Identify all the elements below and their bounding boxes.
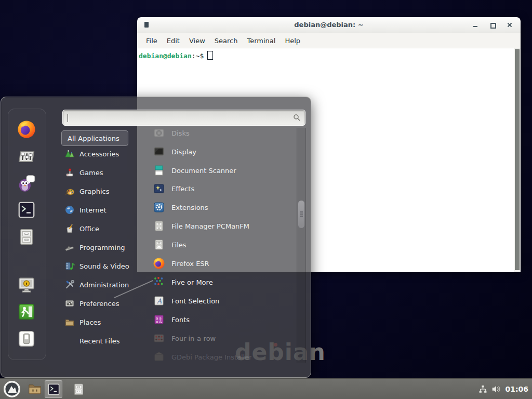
category-sound-video[interactable]: Sound & Video [62,257,137,275]
maximize-icon [490,23,496,29]
category-label: Programming [79,244,125,251]
category-label: Office [79,225,99,233]
app-disks[interactable]: Disks [149,124,295,142]
document-scanner-icon [153,164,165,177]
maximize-button[interactable] [489,21,496,29]
network-icon[interactable] [478,385,487,394]
app-effects[interactable]: Effects [149,179,295,198]
session-shutdown[interactable] [16,328,37,349]
app-label: File Manager PCManFM [171,222,249,230]
category-programming[interactable]: Programming [62,238,137,257]
logout-icon [17,302,36,322]
category-label: Games [79,169,103,177]
terminal-titlebar[interactable]: debian@debian: ~ [137,17,521,33]
app-file-manager-pcmanfm[interactable]: File Manager PCManFM [149,217,295,235]
games-icon [64,167,75,178]
filter-all-applications[interactable]: All Applications [61,130,128,146]
administration-icon [64,280,75,290]
app-firefox-esr[interactable]: Firefox ESR [149,254,295,273]
favorite-terminal[interactable] [16,200,37,220]
app-label: Disks [171,129,190,137]
app-label: GDebi Package Installer [171,353,252,361]
terminal-icon [47,382,61,396]
mixer-icon [17,146,36,166]
system-tray: 01:06 [478,379,528,399]
menu-search[interactable]: Search [210,35,243,46]
app-list-scrollbar[interactable] [297,128,306,363]
prompt-user-host: debian@debian [139,52,192,60]
menu-terminal[interactable]: Terminal [242,35,280,46]
menu-view[interactable]: View [184,35,210,46]
clock[interactable]: 01:06 [505,385,528,393]
shell-prompt: debian@debian:~$ [139,51,213,60]
app-list-scrollbar-thumb[interactable] [298,200,305,229]
volume-icon[interactable] [491,384,501,394]
close-button[interactable] [506,21,513,29]
app-document-scanner[interactable]: Document Scanner [149,161,295,180]
app-files[interactable]: Files [149,235,295,254]
file-manager-launcher[interactable] [70,380,87,398]
category-preferences[interactable]: Preferences [62,294,137,313]
app-gdebi-package-installer[interactable]: GDebi Package Installer [149,348,295,366]
programming-icon [64,242,75,252]
file-cabinet-icon [72,382,86,396]
disks-icon [153,127,165,139]
category-internet[interactable]: Internet [62,201,137,219]
graphics-icon [64,186,75,196]
app-display[interactable]: Display [149,142,295,161]
terminal-cursor [207,51,213,60]
category-places[interactable]: Places [62,313,137,331]
files-launcher[interactable] [26,380,44,398]
category-office[interactable]: Office [62,219,137,238]
terminal-launcher-active[interactable] [45,380,62,398]
app-five-or-more[interactable]: Five or More [149,273,295,291]
terminal-scrollbar[interactable] [514,48,521,272]
pidgin-icon [17,173,36,193]
application-menu: All Applications Accessories Games Graph… [1,97,311,378]
terminal-scrollbar-thumb[interactable] [515,49,520,270]
category-recent-files[interactable]: Recent Files [62,331,137,350]
extensions-icon [153,201,165,214]
file-cabinet-icon [153,238,165,251]
category-accessories[interactable]: Accessories [62,144,137,163]
app-extensions[interactable]: Extensions [149,198,295,217]
app-label: Effects [171,185,194,193]
session-logout[interactable] [16,301,37,322]
app-label: Five or More [171,278,213,286]
firefox-icon [17,119,36,139]
lock-screen-icon [17,275,36,295]
search-icon [293,114,301,122]
minimize-icon [473,26,477,27]
menu-file[interactable]: File [141,35,162,46]
menu-edit[interactable]: Edit [162,35,184,46]
four-in-a-row-icon [153,332,165,344]
app-fonts[interactable]: a a a & Fonts [149,310,295,329]
file-cabinet-icon [153,220,165,232]
category-label: Administration [79,281,129,289]
window-title: debian@debian: ~ [137,21,521,29]
accessories-icon [64,149,75,159]
app-four-in-a-row[interactable]: Four-in-a-row [149,329,295,348]
session-lock-screen[interactable] [16,274,37,295]
favorite-pidgin[interactable] [16,172,37,193]
app-label: Firefox ESR [171,260,209,268]
app-label: Four-in-a-row [171,335,216,342]
app-font-selection[interactable]: A Font Selection [149,291,295,310]
search-input[interactable] [67,112,292,124]
effects-icon [153,182,165,195]
category-label: Accessories [79,150,119,158]
category-games[interactable]: Games [62,163,137,182]
minimize-button[interactable] [472,21,479,29]
category-graphics[interactable]: Graphics [62,182,137,201]
favorite-sound-mixer[interactable] [16,145,37,166]
app-label: Extensions [171,204,208,211]
menu-help[interactable]: Help [280,35,305,46]
menu-button[interactable] [3,380,21,398]
category-label: Sound & Video [79,262,129,270]
fonts-icon: a a a & [153,313,165,326]
scrollbar-grip [300,211,303,212]
category-label: Recent Files [79,337,120,345]
favorite-file-manager[interactable] [16,227,37,247]
internet-globe-icon [64,205,75,215]
favorite-firefox[interactable] [16,119,37,140]
